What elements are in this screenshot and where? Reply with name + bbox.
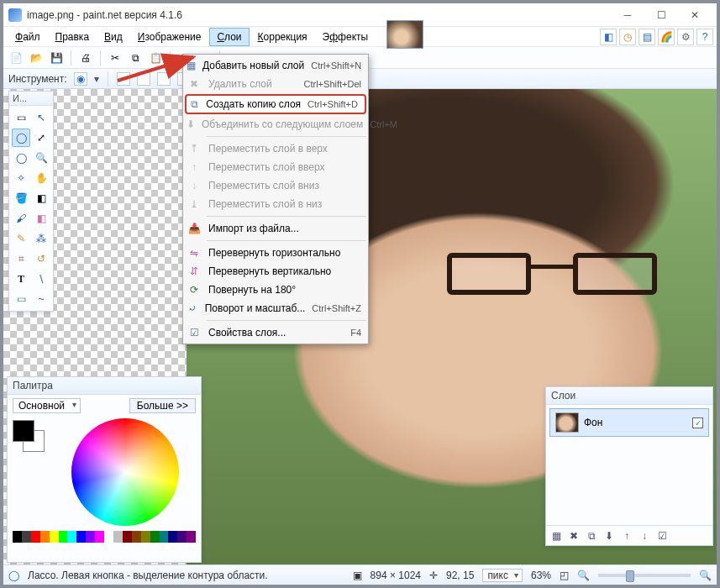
menu-flip-horizontal[interactable]: ⇋Перевернуть горизонтально [183,244,368,262]
print-icon[interactable]: 🖨 [78,50,93,66]
pencil-tool[interactable]: ✎ [12,229,30,248]
current-tool-icon[interactable]: ◉ [74,72,87,86]
add-layer-button-icon[interactable]: ▦ [549,529,563,543]
help-icon[interactable]: ? [696,29,713,45]
move-selection-tool[interactable]: ⤢ [32,129,50,147]
move-up-icon: ↑ [187,160,202,175]
toolbox-title: И... [9,92,53,106]
layer-row-background[interactable]: Фон ✓ [549,408,709,437]
new-file-icon[interactable]: 📄 [8,50,24,66]
rotate-180-icon: ⟳ [187,282,202,297]
save-file-icon[interactable]: 💾 [49,50,64,66]
palette-strip[interactable] [13,531,196,543]
color-wheel[interactable] [71,418,179,526]
maximize-button[interactable]: ☐ [644,5,678,25]
ellipse-select-tool[interactable]: ◯ [12,149,30,167]
gradient-tool[interactable]: ◧ [32,189,50,207]
recolor-tool[interactable]: ↺ [32,249,50,268]
selection-mode-add-icon[interactable] [137,72,150,86]
menu-flip-vertical[interactable]: ⇵Перевернуть вертикально [183,262,368,281]
layer-thumbnail [555,412,579,433]
colors-panel-title: Палитра [13,380,53,391]
image-size-icon: ▣ [353,570,362,581]
zoom-out-icon[interactable]: 🔍 [577,570,590,581]
open-file-icon[interactable]: 📂 [29,50,44,66]
merge-down-icon: ⬇ [187,117,195,132]
menu-import-file[interactable]: 📥Импорт из файла... [183,219,368,238]
menu-layers[interactable]: Слои [209,28,249,46]
move-tool[interactable]: ↖ [32,108,50,127]
toolbox-panel[interactable]: И... ▭ ↖ ◯ ⤢ ◯ 🔍 ✧ ✋ 🪣 ◧ 🖌 ◧ ✎ ⁂ ⌗ ↺ T ∖… [8,91,54,312]
zoom-tool[interactable]: 🔍 [32,149,50,167]
copy-icon[interactable]: ⧉ [128,50,143,66]
eraser-tool[interactable]: ◧ [32,209,50,228]
colors-window-toggle-icon[interactable]: 🌈 [658,29,675,45]
zoom-fit-icon[interactable]: ◰ [560,570,569,581]
line-tool[interactable]: ∖ [32,270,50,288]
menu-file[interactable]: Файл [8,29,47,45]
zoom-in-icon[interactable]: 🔍 [699,570,712,581]
menu-adjustments[interactable]: Коррекция [251,29,314,45]
paste-icon[interactable]: 📋 [148,50,163,66]
selection-mode-subtract-icon[interactable] [157,72,171,86]
pan-tool[interactable]: ✋ [32,169,50,187]
text-tool[interactable]: T [12,270,30,288]
color-mode-select[interactable]: Основной [13,398,81,413]
lasso-tool[interactable]: ◯ [12,129,30,147]
menu-view[interactable]: Вид [97,29,129,45]
unit-select[interactable]: пикс [482,569,523,582]
move-layer-down-icon[interactable]: ↓ [638,529,651,543]
delete-layer-button-icon[interactable]: ✖ [567,529,581,543]
menu-effects[interactable]: Эффекты [316,29,376,45]
rectangle-select-tool[interactable]: ▭ [12,108,30,127]
settings-icon[interactable]: ⚙ [677,29,694,45]
menu-duplicate-layer[interactable]: ⧉Создать копию слояCtrl+Shift+D [185,94,366,114]
titlebar: image.png - paint.net версия 4.1.6 ─ ☐ ✕ [3,3,717,27]
menu-layer-properties[interactable]: ☑Свойства слоя...F4 [183,323,368,342]
rotate-zoom-icon: ⤾ [187,301,198,316]
layers-window-toggle-icon[interactable]: ▤ [639,29,655,45]
menu-edit[interactable]: Правка [49,29,97,45]
layers-panel[interactable]: Слои Фон ✓ ▦ ✖ ⧉ ⬇ ↑ ↓ ☑ [545,386,713,546]
move-top-icon: ⤒ [187,141,202,156]
tools-window-toggle-icon[interactable]: ◧ [600,29,617,45]
properties-icon: ☑ [187,325,202,340]
colors-panel[interactable]: Палитра Основной Больше >> [7,376,202,563]
menu-move-up: ↑Переместить слой вверх [183,158,368,176]
duplicate-layer-button-icon[interactable]: ⧉ [585,529,598,543]
move-layer-up-icon[interactable]: ↑ [620,529,633,543]
freeform-shape-tool[interactable]: ~ [32,290,50,308]
menu-rotate-180[interactable]: ⟳Повернуть на 180° [183,281,368,299]
selection-mode-replace-icon[interactable] [117,72,130,86]
paint-bucket-tool[interactable]: 🪣 [12,189,30,207]
history-window-toggle-icon[interactable]: ◷ [619,29,636,45]
layer-visibility-checkbox[interactable]: ✓ [692,417,703,428]
magic-wand-tool[interactable]: ✧ [12,169,30,187]
glasses-overlay [447,253,657,303]
paintbrush-tool[interactable]: 🖌 [12,209,30,228]
zoom-slider[interactable] [598,574,691,577]
clone-stamp-tool[interactable]: ⌗ [12,249,30,268]
menu-image[interactable]: Изображение [131,29,208,45]
menu-rotate-zoom[interactable]: ⤾Поворот и масштаб...Ctrl+Shift+Z [183,299,368,318]
import-icon: 📥 [187,221,202,236]
rectangle-shape-tool[interactable]: ▭ [12,290,30,308]
minimize-button[interactable]: ─ [611,5,644,25]
layer-properties-button-icon[interactable]: ☑ [655,529,669,543]
layer-name: Фон [584,417,602,428]
layers-panel-title: Слои [551,390,575,402]
more-colors-button[interactable]: Больше >> [129,398,196,413]
primary-secondary-swatch[interactable] [13,420,45,452]
lasso-tool-icon: ◯ [8,570,19,581]
document-thumbnail-tab[interactable] [386,20,423,49]
close-button[interactable]: ✕ [678,5,712,25]
move-down-icon: ↓ [187,178,202,193]
menu-add-layer[interactable]: ▦Добавить новый слойCtrl+Shift+N [183,56,368,75]
menu-move-bottom: ⤓Переместить слой в низ [183,195,368,213]
flip-h-icon: ⇋ [187,245,202,260]
cursor-pos-icon: ✛ [429,570,438,581]
merge-layer-button-icon[interactable]: ⬇ [602,529,616,543]
cut-icon[interactable]: ✂ [108,50,123,66]
color-picker-tool[interactable]: ⁂ [32,229,50,248]
statusbar: ◯ Лассо. Левая кнопка - выделение контур… [3,564,717,585]
